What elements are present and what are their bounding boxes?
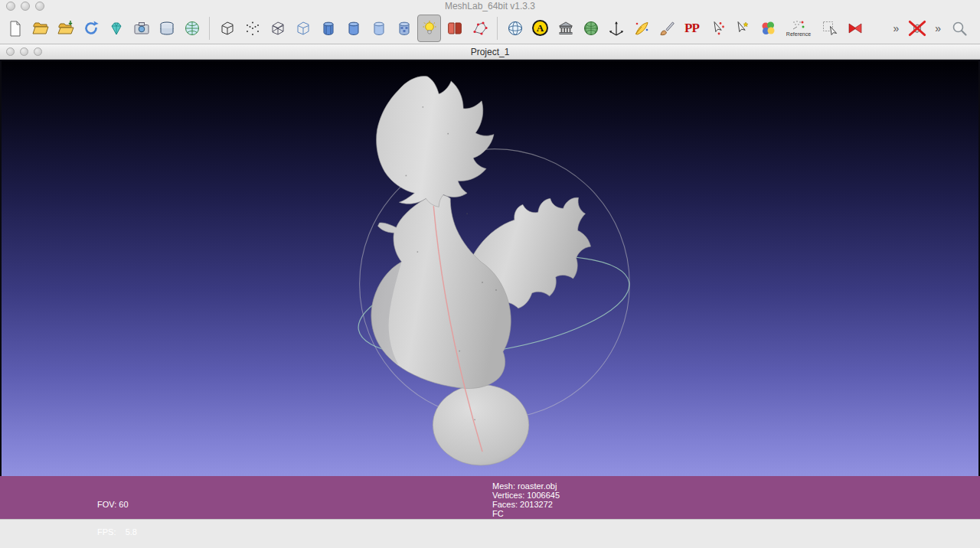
globe-decorator-button[interactable] [503, 15, 527, 42]
edge-graph-icon [472, 20, 488, 37]
textured-sphere-button[interactable] [579, 15, 603, 42]
delete-mesh-button[interactable] [905, 15, 929, 42]
flat-lines-cylinder-icon [320, 20, 337, 37]
toolbar-tail-group: » » [890, 15, 977, 42]
color-mapper-icon [760, 20, 776, 37]
fov-readout: FOV: 60 [97, 500, 137, 509]
main-toolbar: A PP Reference » » [0, 12, 980, 44]
light-toggle-button[interactable] [417, 15, 441, 42]
reference-label: Reference [786, 31, 811, 38]
paint-button[interactable] [655, 15, 678, 42]
export-mesh-button[interactable] [104, 15, 128, 42]
raster-layers-button[interactable] [180, 15, 204, 42]
quality-mapper-button[interactable] [756, 15, 779, 42]
statusbar-mesh-info: Mesh: roaster.obj Vertices: 1006645 Face… [492, 481, 560, 518]
backface-cull-button[interactable] [443, 15, 466, 42]
layers-dialog-button[interactable] [155, 15, 178, 42]
select-area-cursor-icon [822, 20, 838, 37]
window-bottom-strip [0, 519, 980, 548]
reload-mesh-button[interactable] [79, 15, 103, 42]
bounding-box-icon [219, 20, 236, 37]
flat-lines-render-button[interactable] [316, 15, 340, 42]
search-icon [951, 20, 968, 37]
letter-a-glyph: A [537, 22, 544, 34]
project-minimize-button[interactable] [20, 47, 28, 56]
align-cursor-icon [734, 20, 751, 37]
new-project-button[interactable] [3, 15, 27, 42]
axes-decorator-button[interactable] [604, 15, 628, 42]
new-project-icon [7, 20, 24, 37]
window-minimize-button[interactable] [21, 2, 30, 11]
project-title: Project_1 [0, 47, 980, 57]
align-tool-button[interactable] [730, 15, 754, 42]
model-crest [377, 77, 494, 207]
point-picking-button[interactable]: PP [680, 15, 704, 42]
paintbrush-icon [658, 20, 675, 37]
window-zoom-button[interactable] [35, 2, 44, 11]
open-project-button[interactable] [28, 15, 52, 42]
point-picker-button[interactable] [705, 15, 729, 42]
snapshot-button[interactable] [129, 15, 153, 42]
import-mesh-icon [57, 20, 74, 37]
toolbar-separator [497, 17, 498, 40]
text-annotation-button[interactable]: A [528, 15, 552, 42]
hidden-lines-render-button[interactable] [291, 15, 315, 42]
red-ribbon-tool-button[interactable] [843, 15, 867, 42]
smooth-cylinder-icon [371, 20, 387, 37]
bbox-render-button[interactable] [215, 15, 239, 42]
red-ribbon-icon [847, 20, 864, 37]
3d-scene[interactable] [2, 61, 978, 476]
textured-sphere-icon [583, 20, 599, 37]
smooth-render-button[interactable] [367, 15, 390, 42]
points-icon [244, 20, 261, 37]
export-mesh-icon [108, 20, 125, 37]
fps-readout: FPS: 5.8 [97, 527, 137, 537]
texture-cylinder-icon [396, 20, 413, 37]
backface-icon [446, 20, 463, 37]
wireframe-render-button[interactable] [266, 15, 289, 42]
project-titlebar: Project_1 [0, 44, 980, 60]
search-filter-button[interactable] [947, 15, 971, 42]
model-base-sphere [433, 384, 529, 465]
texture-render-button[interactable] [392, 15, 416, 42]
import-mesh-button[interactable] [54, 15, 77, 42]
statusbar: FOV: 60 FPS: 5.8 Mesh: roaster.obj Verti… [0, 476, 980, 519]
reference-tool-button[interactable]: Reference [781, 15, 816, 42]
mesh-name-readout: Mesh: roaster.obj [492, 481, 560, 491]
flat-render-button[interactable] [341, 15, 365, 42]
light-bulb-icon [421, 20, 438, 37]
window-title: MeshLab_64bit v1.3.3 [0, 1, 980, 11]
window-close-button[interactable] [6, 2, 15, 11]
flags-readout: FC [492, 509, 560, 518]
window-titlebar: MeshLab_64bit v1.3.3 [0, 0, 980, 12]
open-project-icon [32, 20, 49, 37]
wire-globe-icon [507, 20, 524, 37]
faces-readout: Faces: 2013272 [492, 500, 560, 509]
select-cursor-button[interactable] [818, 15, 841, 42]
globe-icon [184, 20, 201, 37]
layers-icon [158, 20, 175, 37]
toolbar-separator [209, 17, 210, 40]
project-zoom-button[interactable] [34, 47, 42, 56]
hidden-lines-icon [295, 20, 312, 37]
letter-a-icon: A [532, 20, 548, 36]
project-traffic-lights [6, 47, 42, 56]
toolbar-overflow-chevron-2[interactable]: » [933, 22, 943, 34]
reference-icon [791, 19, 806, 31]
traffic-lights [6, 2, 44, 11]
pp-icon: PP [684, 21, 699, 36]
points-render-button[interactable] [240, 15, 264, 42]
mesh-model [371, 77, 591, 465]
viewport-3d[interactable] [0, 60, 980, 476]
delete-x-icon [907, 19, 927, 38]
zpaint-button[interactable] [629, 15, 653, 42]
museum-button[interactable] [554, 15, 577, 42]
project-close-button[interactable] [6, 47, 15, 56]
toolbar-overflow-chevron[interactable]: » [890, 22, 901, 34]
statusbar-camera-info: FOV: 60 FPS: 5.8 [97, 481, 137, 548]
edge-decorator-button[interactable] [468, 15, 492, 42]
vertices-readout: Vertices: 1006645 [492, 491, 560, 500]
quill-icon [633, 20, 650, 37]
reload-icon [83, 20, 100, 37]
museum-icon [557, 20, 574, 37]
